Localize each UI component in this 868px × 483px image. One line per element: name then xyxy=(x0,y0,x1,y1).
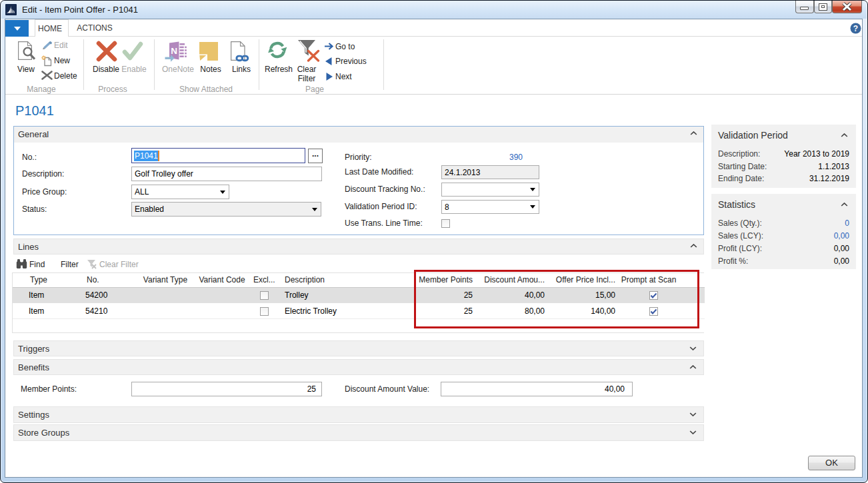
svg-text:?: ? xyxy=(853,24,858,33)
svg-text:N: N xyxy=(171,46,177,56)
